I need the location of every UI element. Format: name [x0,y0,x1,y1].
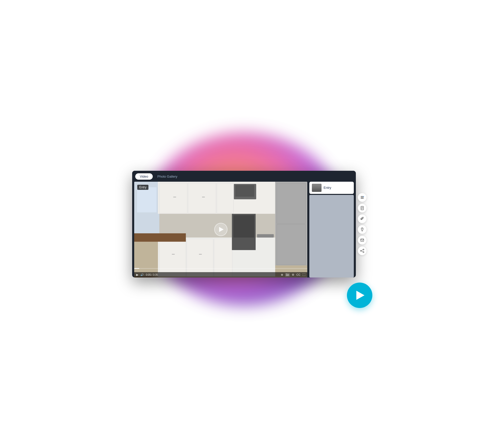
center-play-button[interactable] [214,223,227,236]
mail-icon[interactable] [358,236,367,244]
sidebar-empty-area [309,195,354,277]
svg-point-33 [362,228,363,229]
tab-photo-gallery[interactable]: Photo Gallery [153,173,182,180]
pin-svg [360,227,364,231]
cc2-icon[interactable]: CC [296,273,300,276]
svg-rect-11 [159,183,187,213]
svg-point-35 [363,249,364,250]
icon-rail [358,193,367,255]
share-svg [360,249,364,253]
mail-svg [360,238,364,242]
menu-icon[interactable] [358,193,367,202]
progress-track[interactable] [134,268,307,269]
svg-rect-13 [217,183,234,213]
tab-video[interactable]: Video [135,173,153,180]
svg-rect-15 [235,185,254,197]
controls-bar: ▶ 🔊 0:05 / 3:35 ⊕ 1x ⚙ CC ⛶ [134,272,307,277]
document-icon[interactable] [358,204,367,212]
cc-icon[interactable]: ⊕ [281,273,283,276]
player-container: Video Photo Gallery [132,171,356,277]
sidebar-entry-card[interactable]: Entry [309,182,354,194]
svg-rect-28 [363,196,364,197]
svg-point-36 [363,252,364,253]
svg-rect-5 [159,239,186,276]
time-display: 0:05 / 3:35 [146,273,158,276]
current-time: 0:05 [146,273,151,276]
entry-badge: Entry [137,185,148,190]
big-play-triangle-icon [356,291,364,300]
volume-icon[interactable]: 🔊 [140,273,144,276]
clip-svg [360,217,364,221]
paperclip-icon[interactable] [358,214,367,223]
location-pin-icon[interactable] [358,225,367,234]
content-row: Entry ▶ 🔊 0:05 / 3:35 [132,180,356,277]
svg-line-39 [361,251,363,252]
svg-rect-17 [277,183,306,223]
doc-svg [360,206,364,210]
svg-rect-12 [188,183,216,213]
svg-rect-19 [134,233,186,242]
svg-point-37 [360,250,361,251]
progress-fill [134,268,139,269]
svg-rect-6 [187,239,213,276]
svg-rect-2 [137,187,157,212]
svg-rect-24 [257,234,274,237]
sidebar-entry-label: Entry [324,186,331,190]
share-icon[interactable] [358,246,367,255]
menu-svg [360,195,364,199]
fullscreen-icon[interactable]: ⛶ [302,273,305,276]
tabs-row: Video Photo Gallery [132,171,356,180]
sidebar-thumbnail [312,184,322,192]
svg-rect-9 [233,215,254,237]
svg-rect-34 [361,239,364,241]
scene: Video Photo Gallery [130,153,358,295]
settings-icon[interactable]: ⚙ [292,273,294,276]
video-player[interactable]: Entry ▶ 🔊 0:05 / 3:35 [134,182,307,277]
sidebar: Entry [309,182,354,277]
thumbnail-image [312,184,322,192]
svg-line-38 [361,250,363,251]
total-time: 3:35 [153,273,158,276]
play-triangle-icon [219,227,224,232]
svg-rect-7 [214,239,232,276]
play-pause-icon[interactable]: ▶ [136,273,138,276]
big-play-button[interactable] [347,283,372,308]
svg-rect-18 [277,224,306,265]
speed-control[interactable]: 1x [285,273,290,276]
svg-rect-27 [361,198,364,199]
svg-rect-26 [361,197,364,198]
